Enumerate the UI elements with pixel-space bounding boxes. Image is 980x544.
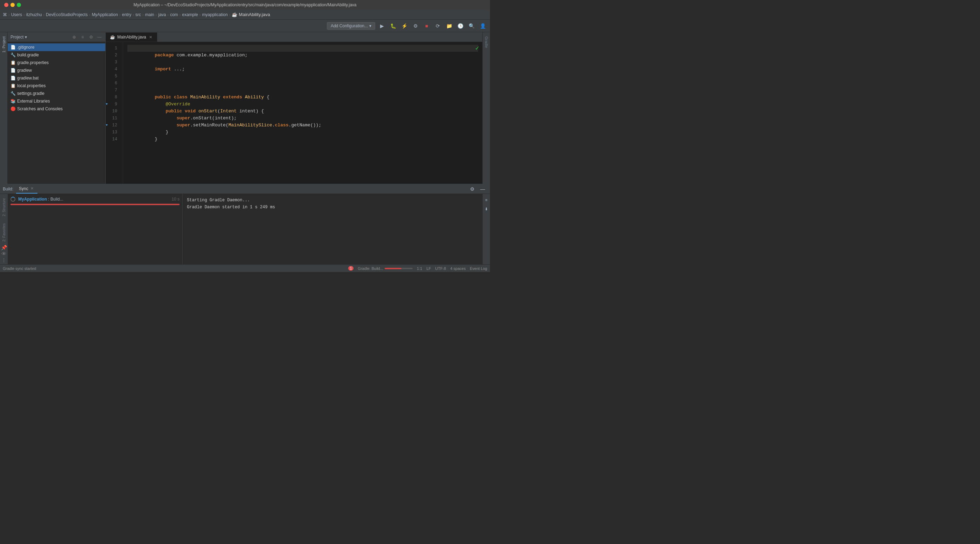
panel-settings-button[interactable]: ⚙ xyxy=(468,185,477,194)
code-line-14 xyxy=(127,136,478,143)
profile-button[interactable]: ⚙ xyxy=(411,21,420,30)
panel-close-button[interactable]: — xyxy=(478,185,487,194)
search-everywhere-button[interactable]: 🔍 xyxy=(467,21,476,30)
status-encoding[interactable]: UTF-8 xyxy=(435,266,446,270)
breadcrumb-example[interactable]: example xyxy=(182,12,198,17)
breadcrumb-file[interactable]: ☕ MainAbility.java xyxy=(232,12,270,17)
code-line-13: } xyxy=(127,129,478,136)
file-tree-item-buildgradle[interactable]: 🔧 build.gradle xyxy=(8,51,105,59)
build-log: Starting Gradle Daemon... Gradle Daemon … xyxy=(183,194,482,264)
status-event-log[interactable]: Event Log xyxy=(470,266,487,270)
close-button[interactable] xyxy=(4,3,8,7)
gradle-progress-bar xyxy=(385,268,413,269)
window-title: MyApplication – ~/DevEcoStudioProjects/M… xyxy=(134,2,356,7)
breadcrumb-myapplicationpkg[interactable]: myapplication xyxy=(202,12,228,17)
stop-button[interactable]: ■ xyxy=(422,21,431,30)
code-line-5 xyxy=(127,73,478,80)
breadcrumb-com[interactable]: com xyxy=(170,12,178,17)
status-bar-right: 1 Gradle: Build... 1:1 LF UTF-8 4 spaces… xyxy=(348,266,487,270)
toolbar-right: Add Configuration... ▾ ▶ 🐛 ⚡ ⚙ ■ ⟳ 📁 🕒 🔍 xyxy=(327,21,487,30)
file-tree-item-settingsgradle[interactable]: 🔧 settings.gradle xyxy=(8,90,105,97)
sync-button[interactable]: ⟳ xyxy=(433,21,442,30)
tab-close-button[interactable]: ✕ xyxy=(148,35,153,40)
panel-controls: ⚙ — xyxy=(468,185,487,194)
code-line-7: public class MainAbility extends Ability… xyxy=(127,87,478,94)
sidebar-header: Project ▾ ⊕ ≡ ⚙ — xyxy=(8,32,105,42)
breadcrumb-bar: ⌘ › Users › itzhuzhu › DevEcoStudioProje… xyxy=(0,10,490,20)
file-tree-item-ext-libs[interactable]: 📚 External Libraries xyxy=(8,97,105,105)
recent-files-button[interactable]: 🕒 xyxy=(456,21,465,30)
editor-tab-mainability[interactable]: ☕ MainAbility.java ✕ xyxy=(106,33,158,42)
build-task-name: MyApplication : Build... xyxy=(18,197,64,202)
breadcrumb-main[interactable]: main xyxy=(145,12,154,17)
sidebar-title: Project ▾ xyxy=(11,35,69,40)
editor-check-icon: ✓ xyxy=(475,45,479,51)
toolbar: Add Configuration... ▾ ▶ 🐛 ⚡ ⚙ ■ ⟳ 📁 🕒 🔍 xyxy=(0,20,490,32)
code-editor[interactable]: 1 2 3 4 5 6 7 8 9 ▼ 10 11 12 ▼ 13 14 xyxy=(106,42,482,184)
status-gradle-sync: Gradle sync started xyxy=(3,266,36,270)
status-indent[interactable]: 4 spaces xyxy=(450,266,466,270)
left-vertical-tabs: 1: Project xyxy=(0,32,8,184)
scroll-to-end-button[interactable]: ⬇ xyxy=(482,204,490,213)
pin-button[interactable]: 📌 xyxy=(1,244,7,251)
soft-wrap-button[interactable]: ≡ xyxy=(482,195,490,204)
build-progress-bar xyxy=(11,204,180,205)
sidebar-locate-button[interactable]: ⊕ xyxy=(71,34,77,40)
bottom-content: 2: Structure 2: Favorites 📌 👁 ⋮ MyApplic… xyxy=(0,194,490,264)
file-tree-item-localprops[interactable]: 📋 local.properties xyxy=(8,82,105,90)
file-tree-item-scratches[interactable]: 🔴 Scratches and Consoles xyxy=(8,105,105,113)
status-gradle-build: Gradle: Build... xyxy=(358,266,413,270)
build-task-item: MyApplication : Build... 10 s xyxy=(11,197,180,202)
status-problem[interactable]: 1 xyxy=(348,266,354,270)
sidebar-collapse-button[interactable]: ≡ xyxy=(80,34,86,40)
sidebar-gear-button[interactable]: ⚙ xyxy=(88,34,94,40)
code-line-1: package com.example.myapplication; xyxy=(127,45,478,52)
project-tab[interactable]: 1: Project xyxy=(1,33,6,55)
file-tree: 📄 .gitignore 🔧 build.gradle 📋 gradle.pro… xyxy=(8,42,105,184)
gradle-tab[interactable]: Gradle xyxy=(484,33,489,51)
build-task-time: 10 s xyxy=(172,197,180,202)
bottom-panel: Build: Sync ✕ ⚙ — 2: Structure 2: Favori… xyxy=(0,184,490,264)
breadcrumb-home[interactable]: ⌘ xyxy=(3,12,7,17)
log-line-1: Starting Gradle Daemon... xyxy=(187,197,478,204)
add-configuration-button[interactable]: Add Configuration... ▾ xyxy=(327,22,375,30)
file-tree-item-gradlewbat[interactable]: 📄 gradlew.bat xyxy=(8,74,105,82)
build-task-list: MyApplication : Build... 10 s xyxy=(8,194,183,264)
file-tree-item-gradlew[interactable]: 📄 gradlew xyxy=(8,67,105,74)
status-line-ending[interactable]: LF xyxy=(426,266,431,270)
status-position: 1:1 xyxy=(417,266,422,270)
breadcrumb-users[interactable]: Users xyxy=(11,12,22,17)
breadcrumb-entry[interactable]: entry xyxy=(122,12,132,17)
build-progress-fill xyxy=(11,204,180,205)
sync-close-button[interactable]: ✕ xyxy=(30,186,35,191)
breadcrumb-src[interactable]: src xyxy=(135,12,141,17)
status-bar: Gradle sync started 1 Gradle: Build... 1… xyxy=(0,264,490,272)
sidebar-close-button[interactable]: — xyxy=(96,34,103,40)
attach-debugger-button[interactable]: ⚡ xyxy=(400,21,409,30)
run-button[interactable]: ▶ xyxy=(377,21,387,30)
watch-button[interactable]: 👁 xyxy=(1,251,7,257)
panel-tab-sync[interactable]: Sync ✕ xyxy=(16,185,37,194)
debug-button[interactable]: 🐛 xyxy=(388,21,398,30)
minimize-button[interactable] xyxy=(11,3,15,7)
traffic-lights xyxy=(4,3,21,7)
bottom-panel-header: Build: Sync ✕ ⚙ — xyxy=(0,184,490,194)
code-content[interactable]: package com.example.myapplication; impor… xyxy=(123,42,482,184)
settings-button[interactable]: 👤 xyxy=(478,21,487,30)
bottom-left-vtabs: 2: Structure 2: Favorites 📌 👁 ⋮ xyxy=(0,194,8,264)
more-button[interactable]: ⋮ xyxy=(1,257,7,263)
maximize-button[interactable] xyxy=(17,3,21,7)
breadcrumb-itzhuzhu[interactable]: itzhuzhu xyxy=(26,12,42,17)
breadcrumb-myapplication[interactable]: MyApplication xyxy=(92,12,118,17)
structure-tab[interactable]: 2: Structure xyxy=(2,195,6,219)
file-tree-item-gitignore[interactable]: 📄 .gitignore xyxy=(8,43,105,51)
build-output-area: MyApplication : Build... 10 s Starting G… xyxy=(8,194,490,264)
build-spinner xyxy=(11,197,15,202)
file-tree-item-gradleprops[interactable]: 📋 gradle.properties xyxy=(8,59,105,67)
log-line-2: Gradle Daemon started in 1 s 249 ms xyxy=(187,204,478,211)
open-file-button[interactable]: 📁 xyxy=(444,21,453,30)
breadcrumb-java[interactable]: java xyxy=(158,12,166,17)
sidebar: Project ▾ ⊕ ≡ ⚙ — 📄 .gitignore 🔧 build.g… xyxy=(8,32,106,184)
breadcrumb-devecoproject[interactable]: DevEcoStudioProjects xyxy=(46,12,88,17)
favorites-tab[interactable]: 2: Favorites xyxy=(2,221,6,244)
